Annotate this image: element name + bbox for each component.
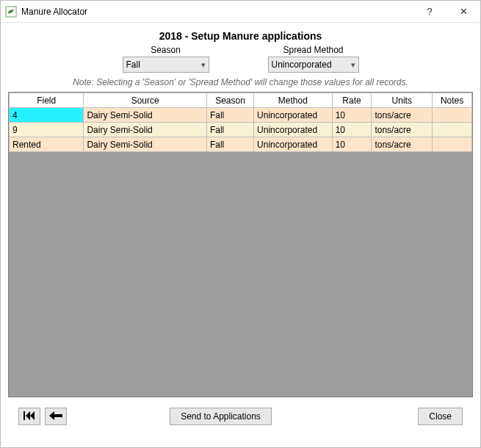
grid-frame: Field Source Season Method Rate Units No… [8,92,473,397]
cell-field[interactable]: 9 [10,123,84,137]
cell-season[interactable]: Fall [206,108,253,123]
svg-marker-2 [26,411,30,420]
cell-units[interactable]: tons/acre [372,123,433,137]
applications-grid[interactable]: Field Source Season Method Rate Units No… [9,93,472,152]
col-season[interactable]: Season [206,93,253,108]
spread-method-combobox[interactable]: Unincorporated ▾ [268,57,359,73]
footer: Send to Applications Close [8,397,473,436]
cell-notes[interactable] [433,108,472,123]
cell-season[interactable]: Fall [206,123,253,137]
cell-source[interactable]: Dairy Semi-Solid [84,137,207,152]
cell-field[interactable]: 4 [10,108,84,123]
cell-rate[interactable]: 10 [332,108,372,123]
help-button[interactable]: ? [413,1,446,23]
window-close-button[interactable]: ✕ [446,1,480,23]
first-record-button[interactable] [18,408,40,425]
undo-button[interactable] [45,408,67,425]
cell-notes[interactable] [433,137,472,152]
svg-marker-3 [30,411,35,420]
cell-source[interactable]: Dairy Semi-Solid [84,108,207,123]
table-row[interactable]: 9Dairy Semi-SolidFallUnincorporated10ton… [10,123,472,137]
cell-field[interactable]: Rented [10,137,84,152]
chevron-down-icon: ▾ [351,60,355,70]
cell-units[interactable]: tons/acre [372,137,433,152]
send-to-applications-button[interactable]: Send to Applications [170,408,272,425]
season-value: Fall [126,59,201,70]
spread-method-value: Unincorporated [272,59,351,70]
cell-method[interactable]: Unincorporated [254,108,333,123]
col-notes[interactable]: Notes [433,93,472,108]
col-field[interactable]: Field [10,93,84,108]
note-text: Note: Selecting a 'Season' or 'Spread Me… [8,77,473,87]
season-label: Season [151,45,181,55]
close-button[interactable]: Close [418,408,463,425]
cell-notes[interactable] [433,123,472,137]
cell-method[interactable]: Unincorporated [254,123,333,137]
col-source[interactable]: Source [84,93,207,108]
col-units[interactable]: Units [372,93,433,108]
table-row[interactable]: 4Dairy Semi-SolidFallUnincorporated10ton… [10,108,472,123]
manure-allocator-window: { "window": { "title": "Manure Allocator… [0,0,481,448]
selector-row: Season Fall ▾ Spread Method Unincorporat… [8,45,473,73]
season-combobox[interactable]: Fall ▾ [123,57,209,73]
cell-source[interactable]: Dairy Semi-Solid [84,123,207,137]
cell-units[interactable]: tons/acre [372,108,433,123]
cell-method[interactable]: Unincorporated [254,137,333,152]
col-method[interactable]: Method [254,93,333,108]
page-title: 2018 - Setup Manure applications [8,30,473,42]
table-row[interactable]: RentedDairy Semi-SolidFallUnincorporated… [10,137,472,152]
window-title: Manure Allocator [21,7,87,17]
cell-season[interactable]: Fall [206,137,253,152]
col-rate[interactable]: Rate [332,93,372,108]
spread-method-label: Spread Method [283,45,343,55]
spread-method-selector-group: Spread Method Unincorporated ▾ [268,45,359,73]
content-area: 2018 - Setup Manure applications Season … [1,23,480,447]
cell-rate[interactable]: 10 [332,137,372,152]
first-record-icon [23,411,35,422]
app-icon [5,6,17,18]
season-selector-group: Season Fall ▾ [123,45,209,73]
undo-icon [49,411,62,422]
chevron-down-icon: ▾ [201,60,206,70]
cell-rate[interactable]: 10 [332,123,372,137]
grid-header-row: Field Source Season Method Rate Units No… [10,93,472,108]
titlebar: Manure Allocator ? ✕ [1,1,480,23]
svg-rect-5 [54,414,62,417]
svg-marker-4 [49,411,54,420]
svg-rect-1 [23,411,25,420]
